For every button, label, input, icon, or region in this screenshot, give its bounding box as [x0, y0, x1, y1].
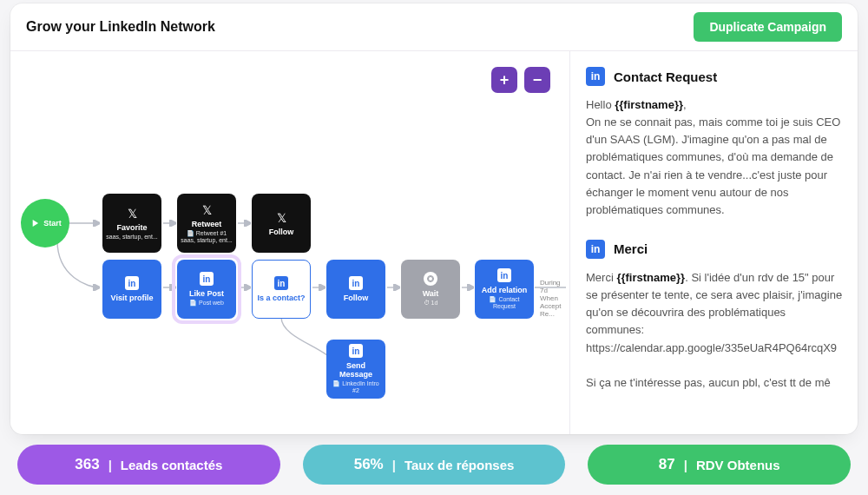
linkedin-icon: in — [349, 344, 363, 358]
node-add-relation[interactable]: in Add relation 📄 Contact Request — [475, 260, 534, 319]
duplicate-campaign-button[interactable]: Duplicate Campaign — [694, 12, 842, 42]
node-send-message[interactable]: in Send Message 📄 LinkedIn Intro #2 — [326, 340, 385, 399]
clock-icon — [424, 272, 437, 286]
card-body: + − — [10, 51, 858, 434]
node-follow-x[interactable]: 𝕏 Follow — [252, 194, 311, 253]
side-panel[interactable]: in Contact Request Hello {{firstname}}, … — [569, 51, 858, 434]
node-wait-sub: ⏱ 1d — [424, 300, 438, 307]
play-icon — [29, 217, 41, 229]
stat-response-label: Taux de réponses — [404, 458, 514, 472]
stat-rdv-value: 87 — [659, 456, 675, 473]
message-block-merci: in Merci Merci {{firstname}}. Si l'idée … — [586, 240, 845, 392]
workflow-canvas[interactable]: + − — [10, 51, 569, 434]
node-retweet-sub: 📄 Retweet #1 saas, startup, ent... — [181, 230, 233, 243]
message-title: Merci — [614, 241, 648, 256]
node-add-relation-title: Add relation — [482, 286, 528, 294]
app-root: Grow your LinkedIn Network Duplicate Cam… — [0, 0, 868, 495]
node-start[interactable]: Start — [21, 199, 69, 248]
node-favorite[interactable]: 𝕏 Favorite saas, startup, ent... — [102, 194, 161, 253]
linkedin-icon: in — [125, 276, 139, 290]
stat-leads[interactable]: 363 | Leads contactés — [17, 445, 280, 485]
node-like-title: Like Post — [189, 289, 224, 298]
node-is-contact-title: Is a contact? — [257, 294, 305, 302]
linkedin-icon: in — [586, 67, 605, 86]
card-header: Grow your LinkedIn Network Duplicate Cam… — [10, 3, 858, 51]
message-title: Contact Request — [614, 69, 717, 84]
node-visit-title: Visit profile — [111, 294, 154, 302]
node-follow-x-title: Follow — [269, 228, 294, 236]
node-like-sub: 📄 Post web — [189, 300, 224, 307]
x-icon: 𝕏 — [277, 211, 286, 225]
stat-rdv-label: RDV Obtenus — [696, 458, 780, 472]
main-card: Grow your LinkedIn Network Duplicate Cam… — [10, 3, 858, 434]
node-start-label: Start — [43, 219, 62, 228]
flow-nodes: Start 𝕏 Favorite saas, startup, ent... 𝕏… — [10, 51, 569, 434]
node-retweet[interactable]: 𝕏 Retweet 📄 Retweet #1 saas, startup, en… — [177, 194, 236, 253]
stat-separator: | — [684, 458, 687, 472]
stat-response-rate[interactable]: 56% | Taux de réponses — [303, 445, 566, 485]
node-like-post[interactable]: in Like Post 📄 Post web — [177, 260, 236, 319]
x-icon: 𝕏 — [128, 207, 137, 221]
x-icon: 𝕏 — [202, 203, 212, 217]
stat-separator: | — [108, 458, 112, 472]
stat-rdv[interactable]: 87 | RDV Obtenus — [588, 445, 851, 485]
node-wait[interactable]: Wait ⏱ 1d — [401, 260, 460, 319]
node-send-msg-title: Send Message — [330, 361, 382, 379]
node-favorite-sub: saas, startup, ent... — [106, 234, 158, 241]
stat-response-value: 56% — [354, 456, 384, 473]
linkedin-icon: in — [274, 276, 288, 290]
stat-leads-value: 363 — [75, 456, 99, 473]
linkedin-icon: in — [497, 268, 511, 282]
page-title: Grow your LinkedIn Network — [26, 19, 215, 35]
trace-label-right: During 7d When Accept Re... — [540, 279, 569, 318]
message-header: in Merci — [586, 240, 845, 259]
node-add-relation-sub: 📄 Contact Request — [478, 296, 530, 309]
message-body: Merci {{firstname}}. Si l'idée d'un rdv … — [586, 269, 845, 392]
node-send-msg-sub: 📄 LinkedIn Intro #2 — [330, 380, 382, 393]
linkedin-icon: in — [349, 276, 363, 290]
message-header: in Contact Request — [586, 67, 845, 86]
node-follow-li-title: Follow — [344, 294, 369, 302]
node-is-contact[interactable]: in Is a contact? — [252, 260, 311, 319]
message-body: Hello {{firstname}}, On ne se connait pa… — [586, 96, 845, 219]
node-retweet-title: Retweet — [192, 220, 222, 228]
linkedin-icon: in — [200, 272, 214, 286]
node-favorite-title: Favorite — [116, 223, 147, 232]
node-wait-title: Wait — [423, 289, 439, 298]
message-block-contact-request: in Contact Request Hello {{firstname}}, … — [586, 67, 845, 219]
linkedin-icon: in — [586, 240, 605, 259]
node-follow-li[interactable]: in Follow — [326, 260, 385, 319]
stat-leads-label: Leads contactés — [121, 458, 223, 472]
stat-separator: | — [392, 458, 396, 472]
stats-row: 363 | Leads contactés 56% | Taux de répo… — [17, 445, 851, 485]
node-visit-profile[interactable]: in Visit profile — [102, 260, 161, 319]
